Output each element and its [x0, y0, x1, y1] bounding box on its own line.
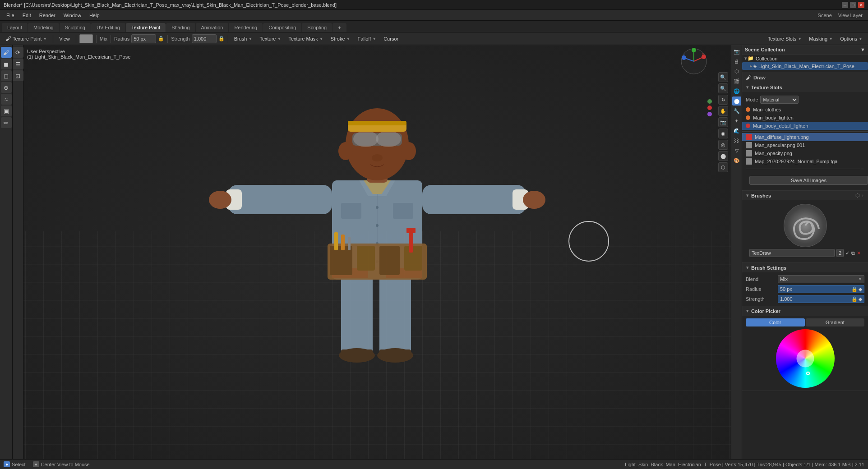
- menu-render[interactable]: Render: [36, 12, 59, 19]
- minimize-button[interactable]: ─: [842, 2, 848, 8]
- falloff-dropdown[interactable]: Falloff ▼: [355, 35, 379, 42]
- brush-delete-icon[interactable]: ✕: [857, 250, 861, 256]
- erase-tool[interactable]: ◻: [1, 70, 12, 81]
- radius-input[interactable]: 50 px: [131, 34, 156, 43]
- tab-shading[interactable]: Shading: [166, 23, 195, 32]
- output-props-icon[interactable]: 🖨: [732, 57, 741, 66]
- solid-view-btn[interactable]: ⬤: [718, 151, 728, 161]
- texture-mask-dropdown[interactable]: Texture Mask ▼: [286, 35, 326, 42]
- render-props-icon[interactable]: 📷: [732, 47, 741, 56]
- strength-value-display[interactable]: 1.000 🔒 ◆: [778, 295, 864, 303]
- radius-value-display[interactable]: 50 px 🔒 ◆: [778, 285, 864, 293]
- texture-dropdown[interactable]: Texture ▼: [257, 35, 284, 42]
- close-button[interactable]: ✕: [858, 2, 864, 8]
- view-layer-props-icon[interactable]: ⬡: [732, 67, 741, 76]
- draw-tool[interactable]: 🖌: [1, 47, 12, 58]
- fill-tool[interactable]: ◼: [1, 59, 12, 69]
- color-tab-color[interactable]: Color: [746, 318, 805, 326]
- smear-tool[interactable]: ≈: [1, 94, 12, 105]
- brushes-header[interactable]: ▾ Brushes ⬡ +: [742, 191, 868, 200]
- wireframe-btn[interactable]: ⬡: [718, 162, 728, 172]
- tab-texture-paint[interactable]: Texture Paint: [126, 23, 166, 32]
- object-data-props-icon[interactable]: ⬤: [732, 97, 741, 106]
- color-cursor[interactable]: [806, 372, 810, 375]
- viewport[interactable]: User Perspective (1) Light_Skin_Black_Ma…: [23, 45, 731, 459]
- tab-add[interactable]: +: [332, 23, 346, 32]
- material-item-0[interactable]: Man_clothes: [742, 106, 868, 114]
- texture-item-3[interactable]: Map_2070297924_Normal_Bump.tga: [742, 157, 868, 166]
- texture-item-0[interactable]: Man_diffuse_lighten.png: [742, 133, 868, 141]
- texture-item-1[interactable]: Man_specular.png.001: [742, 141, 868, 149]
- modifier-props-icon[interactable]: 🔧: [732, 106, 741, 115]
- strength-input[interactable]: 1.000: [192, 34, 217, 43]
- sec-btn-2[interactable]: ☰: [13, 59, 23, 69]
- object-item[interactable]: ▸ ◈ Light_Skin_Black_Man_Electrician_T_P…: [742, 62, 868, 70]
- menu-edit[interactable]: Edit: [19, 12, 35, 19]
- data-props-icon[interactable]: ▽: [732, 146, 741, 155]
- material-item-2[interactable]: Man_body_detail_lighten: [742, 122, 868, 130]
- zoom-out-btn[interactable]: 🔍: [718, 83, 728, 93]
- tab-rendering[interactable]: Rendering: [229, 23, 263, 32]
- tab-animation[interactable]: Animation: [196, 23, 229, 32]
- tab-uv-editing[interactable]: UV Editing: [91, 23, 125, 32]
- brushes-add-icon[interactable]: +: [862, 193, 864, 198]
- brush-settings-header[interactable]: ▾ Brush Settings: [742, 263, 868, 272]
- draw-header[interactable]: 🖌 Draw: [742, 72, 868, 83]
- texture-slots-header[interactable]: ▾ Texture Slots: [742, 83, 868, 92]
- brush-check-icon[interactable]: ✓: [845, 250, 850, 256]
- color-swatch[interactable]: [79, 34, 93, 43]
- brush-copy-icon[interactable]: ⧉: [851, 250, 855, 256]
- cursor-dropdown[interactable]: Cursor: [381, 35, 401, 42]
- brush-name-input[interactable]: TexDraw: [749, 249, 835, 257]
- color-tab-gradient[interactable]: Gradient: [806, 318, 865, 326]
- material-props-icon[interactable]: 🎨: [732, 156, 741, 165]
- menu-window[interactable]: Window: [60, 12, 85, 19]
- strength-lock[interactable]: 🔒: [851, 296, 858, 302]
- particles-props-icon[interactable]: ✦: [732, 116, 741, 125]
- menu-help[interactable]: Help: [86, 12, 103, 19]
- physics-props-icon[interactable]: 🌊: [732, 126, 741, 135]
- color-wheel[interactable]: [776, 329, 835, 388]
- pan-btn[interactable]: ✋: [718, 106, 728, 116]
- zoom-in-btn[interactable]: 🔍: [718, 72, 728, 82]
- toolbar-view-btn[interactable]: View: [56, 35, 73, 42]
- sec-btn-1[interactable]: ⟳: [13, 47, 23, 58]
- tab-sculpting[interactable]: Sculpting: [60, 23, 91, 32]
- blend-value[interactable]: Mix ▼: [778, 275, 864, 283]
- tab-layout[interactable]: Layout: [2, 23, 28, 32]
- texture-item-2[interactable]: Man_opacity.png: [742, 149, 868, 157]
- constraints-props-icon[interactable]: ⛓: [732, 136, 741, 145]
- orbit-btn[interactable]: ↻: [718, 95, 728, 105]
- toolbar-mode-toggle[interactable]: 🖌 Texture Paint ▼: [3, 34, 50, 43]
- axis-widget[interactable]: X Y Z: [680, 48, 707, 76]
- save-all-images-button[interactable]: Save All Images: [749, 176, 868, 185]
- material-item-1[interactable]: Man_body_lighten: [742, 114, 868, 122]
- texture-slots-dropdown[interactable]: Texture Slots ▼: [765, 35, 805, 42]
- filter-icon[interactable]: ▼: [860, 47, 865, 52]
- color-picker-header[interactable]: ▾ Color Picker: [742, 306, 868, 316]
- tab-scripting[interactable]: Scripting: [302, 23, 332, 32]
- material-preview-btn[interactable]: ◎: [718, 140, 728, 150]
- options-dropdown[interactable]: Options ▼: [837, 35, 865, 42]
- annotate-tool[interactable]: ✏: [1, 117, 12, 128]
- stroke-dropdown[interactable]: Stroke ▼: [328, 35, 353, 42]
- radius-anim[interactable]: ◆: [859, 286, 862, 292]
- menu-file[interactable]: File: [3, 12, 18, 19]
- tab-modeling[interactable]: Modeling: [28, 23, 59, 32]
- masking-dropdown[interactable]: Masking ▼: [806, 35, 836, 42]
- render-preview-btn[interactable]: ◉: [718, 129, 728, 138]
- radius-lock[interactable]: 🔒: [851, 286, 858, 292]
- tool-6[interactable]: ▣: [1, 106, 12, 116]
- collection-item[interactable]: ▾ 📁 Collection: [742, 55, 868, 62]
- strength-anim[interactable]: ◆: [859, 296, 862, 302]
- maximize-button[interactable]: □: [850, 2, 856, 8]
- brush-dropdown[interactable]: Brush ▼: [231, 35, 255, 42]
- sec-btn-3[interactable]: ⊡: [13, 70, 23, 81]
- clone-tool[interactable]: ⊕: [1, 82, 12, 93]
- scene-props-icon[interactable]: 🎬: [732, 77, 741, 86]
- camera-btn[interactable]: 📷: [718, 117, 728, 127]
- mode-select[interactable]: Material Single Image: [760, 96, 799, 104]
- tab-compositing[interactable]: Compositing: [263, 23, 301, 32]
- brushes-expand-icon[interactable]: ⬡: [855, 193, 860, 198]
- world-props-icon[interactable]: 🌐: [732, 87, 741, 96]
